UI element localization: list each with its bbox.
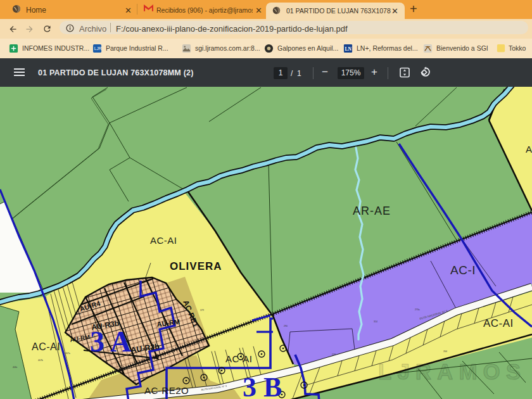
svg-text:LN: LN: [345, 46, 352, 52]
svg-text:AR-AE: AR-AE: [353, 205, 391, 217]
svg-text:AC-AI: AC-AI: [150, 235, 177, 246]
svg-text:407a: 407a: [65, 352, 70, 355]
svg-text:406c: 406c: [13, 366, 18, 369]
svg-text:3 A: 3 A: [90, 326, 131, 358]
svg-text:AC-RE2O: AC-RE2O: [144, 385, 189, 396]
svg-text:LJRAMOS: LJRAMOS: [378, 359, 526, 384]
svg-text:270a: 270a: [415, 308, 420, 311]
svg-text:A: A: [526, 144, 532, 155]
svg-text:79a: 79a: [166, 338, 170, 340]
svg-text:3 B: 3 B: [243, 372, 282, 399]
svg-text:AC-AI: AC-AI: [32, 341, 60, 352]
svg-text:290: 290: [284, 325, 288, 327]
svg-text:AC-I: AC-I: [450, 263, 476, 277]
svg-text:LJR: LJR: [94, 46, 102, 51]
svg-text:405a: 405a: [76, 313, 81, 315]
svg-text:218: 218: [332, 353, 336, 356]
svg-text:OLIVERA: OLIVERA: [170, 260, 222, 272]
svg-text:407b: 407b: [38, 359, 43, 362]
svg-text:AC-AI: AC-AI: [225, 353, 253, 364]
svg-text:264: 264: [443, 350, 447, 353]
svg-text:379: 379: [200, 309, 204, 312]
svg-text:314: 314: [374, 320, 377, 323]
svg-text:AC-AI: AC-AI: [483, 317, 514, 329]
